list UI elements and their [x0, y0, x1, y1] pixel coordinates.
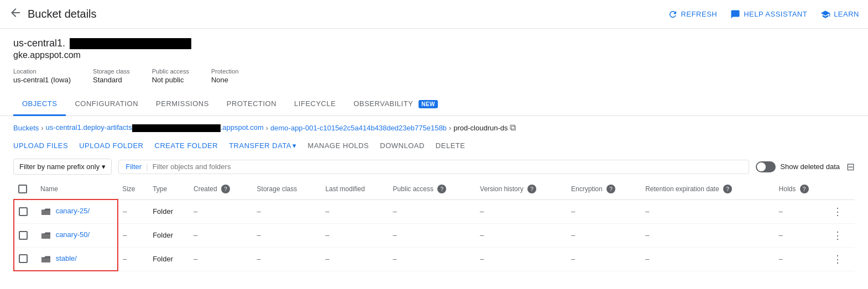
row-size-2: – — [118, 247, 148, 271]
delete-button[interactable]: DELETE — [436, 141, 466, 150]
row-folder-name-0[interactable]: canary-25/ — [56, 207, 90, 215]
breadcrumb-sep-2: › — [266, 124, 268, 132]
filter-prefix-selector[interactable]: Filter by name prefix only ▾ — [13, 159, 112, 175]
header-type: Type — [148, 179, 189, 199]
table-row: stable/ – Folder – – – – – – – – ⋮ — [14, 247, 855, 271]
protection-value: None — [211, 76, 239, 84]
version-history-help-icon[interactable]: ? — [527, 185, 536, 193]
folder-icon-1 — [40, 231, 51, 240]
row-name-2: stable/ — [36, 247, 118, 271]
help-assistant-button[interactable]: HELP ASSISTANT — [730, 9, 807, 19]
actions-bar: UPLOAD FILES UPLOAD FOLDER CREATE FOLDER… — [0, 137, 868, 154]
breadcrumb-buckets[interactable]: Buckets — [13, 124, 39, 132]
row-folder-name-1[interactable]: canary-50/ — [56, 230, 90, 239]
public-access-help-icon[interactable]: ? — [437, 185, 446, 193]
table-row: canary-50/ – Folder – – – – – – – – ⋮ — [14, 223, 855, 247]
bucket-subdomain: gke.appspot.com — [13, 50, 855, 60]
public-access-label: Public access — [152, 68, 189, 75]
protection-meta: Protection None — [211, 68, 239, 84]
bucket-name-redacted — [70, 38, 191, 49]
holds-help-icon[interactable]: ? — [800, 185, 809, 193]
more-icon-2[interactable]: ⋮ — [833, 254, 843, 265]
row-more-1[interactable]: ⋮ — [828, 223, 855, 247]
row-more-0[interactable]: ⋮ — [828, 199, 855, 223]
more-icon-1[interactable]: ⋮ — [833, 230, 843, 241]
page-title: Bucket details — [28, 8, 97, 20]
upload-folder-button[interactable]: UPLOAD FOLDER — [79, 141, 143, 150]
header-size: Size — [118, 179, 148, 199]
transfer-data-button[interactable]: TRANSFER DATA ▾ — [229, 141, 296, 150]
filter-prefix-label: Filter by name prefix only — [19, 162, 100, 171]
select-all-checkbox[interactable] — [18, 185, 27, 193]
row-folder-name-2[interactable]: stable/ — [56, 254, 77, 262]
more-icon-0[interactable]: ⋮ — [833, 206, 843, 217]
header-left: Bucket details — [9, 6, 97, 22]
table-row: canary-25/ – Folder – – – – – – – – ⋮ — [14, 199, 855, 223]
header-last-modified: Last modified — [321, 179, 389, 199]
row-storage-class-0: – — [253, 199, 321, 223]
location-meta: Location us-central1 (Iowa) — [13, 68, 71, 84]
row-checkbox-cell — [14, 199, 36, 223]
row-last-modified-0: – — [321, 199, 389, 223]
bucket-metadata: Location us-central1 (Iowa) Storage clas… — [13, 68, 855, 84]
created-help-icon[interactable]: ? — [221, 185, 230, 193]
bucket-name-prefix: us-central1. — [13, 38, 65, 49]
tab-observability[interactable]: OBSERVABILITY NEW — [344, 93, 447, 116]
header-created: Created ? — [189, 179, 253, 199]
location-value: us-central1 (Iowa) — [13, 76, 71, 84]
retention-help-icon[interactable]: ? — [723, 185, 732, 193]
row-created-2: – — [189, 247, 253, 271]
row-public-access-0: – — [389, 199, 475, 223]
row-retention-0: – — [641, 199, 774, 223]
tab-objects[interactable]: OBJECTS — [13, 93, 66, 116]
row-retention-1: – — [641, 223, 774, 247]
row-storage-class-1: – — [253, 223, 321, 247]
back-button[interactable] — [9, 6, 22, 22]
download-button[interactable]: DOWNLOAD — [380, 141, 425, 150]
row-checkbox-2[interactable] — [19, 254, 28, 263]
header-encryption: Encryption ? — [567, 179, 641, 199]
row-holds-1: – — [775, 223, 829, 247]
header-storage-class: Storage class — [253, 179, 321, 199]
row-more-2[interactable]: ⋮ — [828, 247, 855, 271]
row-encryption-1: – — [567, 223, 641, 247]
folder-icon-2 — [40, 255, 51, 264]
tab-bar: OBJECTS CONFIGURATION PERMISSIONS PROTEC… — [0, 93, 868, 116]
tab-lifecycle[interactable]: LIFECYCLE — [285, 93, 344, 116]
protection-label: Protection — [211, 68, 239, 75]
tab-protection[interactable]: PROTECTION — [218, 93, 285, 116]
refresh-button[interactable]: REFRESH — [668, 9, 718, 19]
tab-permissions[interactable]: PERMISSIONS — [147, 93, 218, 116]
help-label: HELP ASSISTANT — [744, 10, 807, 18]
learn-button[interactable]: LEARN — [820, 9, 859, 19]
row-checkbox-0[interactable] — [19, 207, 28, 216]
breadcrumb-redacted — [132, 124, 221, 132]
bucket-name: us-central1. — [13, 38, 855, 49]
row-created-0: – — [189, 199, 253, 223]
breadcrumb-folder1[interactable]: demo-app-001-c1015e2c5a414b438ded23eb775… — [270, 124, 447, 132]
header-retention: Retention expiration date ? — [641, 179, 774, 199]
copy-icon[interactable]: ⧉ — [510, 123, 516, 133]
filter-dropdown-icon: ▾ — [102, 162, 106, 171]
refresh-label: REFRESH — [681, 10, 718, 18]
density-icon[interactable]: ⊟ — [846, 161, 855, 173]
objects-table: Name Size Type Created ? Storage class L… — [13, 179, 855, 271]
row-public-access-1: – — [389, 223, 475, 247]
breadcrumb-bucket-name[interactable]: us-central1.deploy-artifacts.appspot.com — [46, 123, 264, 132]
tab-configuration[interactable]: CONFIGURATION — [66, 93, 147, 116]
table-header-row: Name Size Type Created ? Storage class L… — [14, 179, 855, 199]
breadcrumb-sep-1: › — [41, 124, 43, 132]
encryption-help-icon[interactable]: ? — [606, 185, 615, 193]
create-folder-button[interactable]: CREATE FOLDER — [155, 141, 218, 150]
header-checkbox-col — [14, 179, 36, 199]
upload-files-button[interactable]: UPLOAD FILES — [13, 141, 68, 150]
filter-input[interactable] — [153, 162, 742, 171]
manage-holds-button[interactable]: MANAGE HOLDS — [308, 141, 369, 150]
show-deleted-toggle[interactable] — [756, 161, 776, 172]
row-type-2: Folder — [148, 247, 189, 271]
row-holds-2: – — [775, 247, 829, 271]
row-encryption-2: – — [567, 247, 641, 271]
page-header: Bucket details REFRESH HELP ASSISTANT LE… — [0, 0, 868, 29]
row-checkbox-1[interactable] — [19, 231, 28, 240]
row-name-1: canary-50/ — [36, 223, 118, 247]
